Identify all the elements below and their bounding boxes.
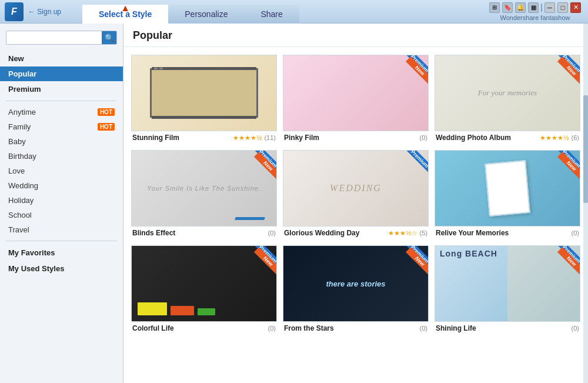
wedding-text: For your memories [478,88,537,98]
grid-item-shining[interactable]: Long BEACH Premium New Shining Life (0) [435,245,580,335]
item-info-blinds-effect: Blinds Effect (0) [131,227,277,239]
thumbnail-stars: there are stories Premium New [283,245,429,322]
blinds-stripe-1 [235,217,265,220]
stars-wedding: ★★★★½ [540,134,569,142]
sidebar-item-holiday[interactable]: Holiday [0,193,123,208]
minimize-button[interactable]: ─ [544,2,555,13]
film-strip-bottom [152,116,257,119]
tab-area: ▲ Select a Style Personalize Share [82,0,299,24]
item-info-shining: Shining Life (0) [435,322,580,335]
sidebar-divider-2 [6,241,117,241]
stars-stunning: ★★★★½ [233,134,262,142]
logo-button[interactable]: F [5,2,24,21]
badge-premium-stars: Premium New [395,246,428,279]
glorious-text: WEDDING [330,183,382,194]
thumbnail-shining: Long BEACH Premium New [435,245,580,322]
stars-glorious: ★★★½☆ [388,229,417,237]
tab-share[interactable]: Share [244,5,299,24]
thumbnail-wedding-album: For your memories Premium New [435,55,580,131]
bookmark-icon[interactable]: 🔖 [502,2,513,13]
sidebar-item-love[interactable]: Love [0,164,123,178]
grid-item-stars[interactable]: there are stories Premium New From the S… [283,245,429,335]
blinds-text: Your Smile Is Like The Sunshine. [147,185,261,192]
item-info-stunning-film: Stunning Film ★★★★½ (11) [131,131,277,144]
bar-green [198,308,215,315]
badge-premium-pinky: Premium New [395,55,428,88]
main-container: 🔍 New Popular Premium Anytime HOT Family… [0,24,588,383]
scrollbar-thumb[interactable] [583,95,588,203]
titlebar-controls: ⊞ 🔖 🔔 ▦ ─ □ ✕ [489,2,581,13]
brand-text: Wondershare fantashow [500,14,570,21]
badge-premium-blinds: Premium New [243,151,276,184]
sidebar-item-family[interactable]: Family HOT [0,119,123,134]
grid-item-colorful[interactable]: Premium New Colorful Life (0) [131,245,277,335]
grid-item-glorious[interactable]: WEDDING Premium Glorious Wedding Day ★★★… [283,150,429,239]
sidebar-item-premium[interactable]: Premium [0,81,123,97]
layout-icon[interactable]: ▦ [528,2,539,13]
content-header: Popular [123,24,588,47]
badge-premium-relive: Premium New [547,151,580,184]
item-info-stars: From the Stars (0) [283,322,429,335]
tab-select-style[interactable]: ▲ Select a Style [82,5,168,24]
film-frame [150,68,259,117]
item-info-colorful: Colorful Life (0) [131,322,277,335]
sidebar-item-my-used-styles[interactable]: My Used Styles [0,261,123,277]
scrollbar-track[interactable] [583,24,588,383]
separator [541,4,542,12]
sidebar-item-school[interactable]: School [0,208,123,222]
tab-personalize[interactable]: Personalize [168,5,244,24]
bar-orange [171,306,194,315]
grid-icon[interactable]: ⊞ [489,2,500,13]
sidebar-item-new[interactable]: New [0,51,123,66]
grid-item-relive[interactable]: Premium New Relive Your Memories (0) [435,150,580,239]
sidebar-item-birthday[interactable]: Birthday [0,149,123,164]
thumbnail-glorious: WEDDING Premium [283,150,429,227]
signup-button[interactable]: ← Sign up [28,8,61,16]
maximize-button[interactable]: □ [557,2,568,13]
content-area: Popular Stunning Film ★ [123,24,588,383]
thumbnail-blinds-effect: Your Smile Is Like The Sunshine. Premium… [131,150,277,227]
grid-item-wedding-album[interactable]: For your memories Premium New Wedding Ph… [435,55,580,144]
search-input[interactable] [6,31,102,44]
film-strip-top [152,67,257,70]
grid-item-blinds-effect[interactable]: Your Smile Is Like The Sunshine. Premium… [131,150,277,239]
close-button[interactable]: ✕ [570,2,581,13]
sidebar-divider-1 [6,101,117,101]
bell-icon[interactable]: 🔔 [515,2,526,13]
hot-badge-anytime: HOT [98,108,115,116]
sidebar-item-my-favorites[interactable]: My Favorites [0,245,123,261]
shining-text: Long BEACH [440,249,497,258]
thumbnail-relive: Premium New [435,150,580,227]
stars-text: there are stories [326,279,385,288]
titlebar-right: ⊞ 🔖 🔔 ▦ ─ □ ✕ Wondershare fantashow [489,2,581,21]
item-info-pinky-film: Pinky Film (0) [283,131,429,144]
tab-select-style-wrap: ▲ Select a Style [82,5,168,24]
thumbnail-pinky-film: Premium New [283,55,429,131]
item-info-wedding-album: Wedding Photo Album ★★★★½ (6) [435,131,580,144]
shining-figure [507,246,580,321]
tab-arrow-indicator: ▲ [121,4,130,13]
bar-yellow [138,302,167,315]
sidebar-item-wedding[interactable]: Wedding [0,178,123,193]
item-info-glorious: Glorious Wedding Day ★★★½☆ (5) [283,227,429,239]
search-bar: 🔍 [6,31,117,45]
grid-item-pinky-film[interactable]: Premium New Pinky Film (0) [283,55,429,144]
sidebar-item-baby[interactable]: Baby [0,134,123,149]
thumbnail-colorful: Premium New [131,245,277,322]
sidebar-item-anytime[interactable]: Anytime HOT [0,105,123,119]
sidebar-item-popular[interactable]: Popular [0,66,123,81]
search-button[interactable]: 🔍 [102,31,116,44]
badge-premium-colorful: Premium New [243,246,276,279]
sidebar: 🔍 New Popular Premium Anytime HOT Family… [0,24,123,383]
grid-item-stunning-film[interactable]: Stunning Film ★★★★½ (11) [131,55,277,144]
thumbnail-stunning-film [131,55,277,131]
item-info-relive: Relive Your Memories (0) [435,227,580,239]
badge-premium-wedding: Premium New [547,55,580,88]
hot-badge-family: HOT [98,123,115,131]
titlebar: F ← Sign up ▲ Select a Style Personalize… [0,0,588,24]
badge-premium-glorious: Premium [395,151,428,184]
relive-photo [485,160,530,217]
sidebar-item-travel[interactable]: Travel [0,222,123,237]
style-grid: Stunning Film ★★★★½ (11) Premium New Pin [123,47,588,342]
titlebar-left: F ← Sign up [5,2,61,21]
